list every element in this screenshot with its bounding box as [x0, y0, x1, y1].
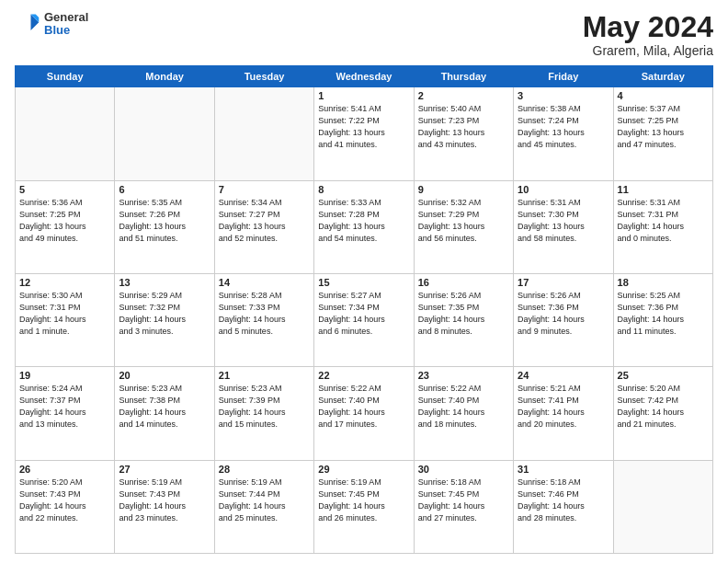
table-row: 5Sunrise: 5:36 AMSunset: 7:25 PMDaylight…	[16, 180, 115, 273]
table-row: 27Sunrise: 5:19 AMSunset: 7:43 PMDayligh…	[115, 460, 214, 553]
cell-info: Sunrise: 5:24 AMSunset: 7:37 PMDaylight:…	[19, 383, 110, 431]
day-number: 15	[318, 277, 409, 288]
day-number: 1	[318, 90, 409, 101]
daylight-hours: Daylight: 14 hours	[318, 315, 385, 324]
daylight-hours: Daylight: 14 hours	[518, 501, 585, 511]
calendar-week-row: 26Sunrise: 5:20 AMSunset: 7:43 PMDayligh…	[16, 460, 713, 553]
cell-info: Sunrise: 5:37 AMSunset: 7:25 PMDaylight:…	[618, 103, 709, 151]
day-number: 11	[618, 184, 709, 195]
cell-info: Sunrise: 5:19 AMSunset: 7:45 PMDaylight:…	[318, 477, 409, 524]
cell-info: Sunrise: 5:40 AMSunset: 7:23 PMDaylight:…	[418, 103, 509, 151]
table-row: 20Sunrise: 5:23 AMSunset: 7:38 PMDayligh…	[115, 367, 214, 460]
cell-info: Sunrise: 5:22 AMSunset: 7:40 PMDaylight:…	[418, 383, 509, 431]
cell-info: Sunrise: 5:33 AMSunset: 7:28 PMDaylight:…	[318, 197, 409, 245]
daylight-hours: Daylight: 14 hours	[219, 408, 286, 417]
table-row: 18Sunrise: 5:25 AMSunset: 7:36 PMDayligh…	[613, 273, 712, 366]
logo-general-text: General	[44, 11, 88, 24]
daylight-hours: Daylight: 13 hours	[418, 222, 485, 231]
col-saturday: Saturday	[613, 66, 712, 87]
day-number: 12	[19, 277, 110, 288]
daylight-hours: Daylight: 14 hours	[19, 315, 86, 324]
calendar-table: Sunday Monday Tuesday Wednesday Thursday…	[15, 65, 713, 554]
col-wednesday: Wednesday	[314, 66, 414, 87]
daylight-hours: Daylight: 13 hours	[19, 222, 86, 231]
cell-info: Sunrise: 5:23 AMSunset: 7:39 PMDaylight:…	[219, 383, 310, 431]
daylight-hours: Daylight: 14 hours	[19, 408, 86, 417]
logo: General Blue	[15, 11, 88, 38]
table-row: 3Sunrise: 5:38 AMSunset: 7:24 PMDaylight…	[514, 87, 613, 180]
day-number: 28	[219, 464, 310, 475]
cell-info: Sunrise: 5:25 AMSunset: 7:36 PMDaylight:…	[618, 290, 709, 338]
table-row: 2Sunrise: 5:40 AMSunset: 7:23 PMDaylight…	[414, 87, 513, 180]
page: General Blue May 2024 Grarem, Mila, Alge…	[0, 0, 728, 563]
day-number: 30	[418, 464, 509, 475]
day-number: 19	[19, 370, 110, 381]
daylight-hours: Daylight: 13 hours	[318, 222, 385, 231]
cell-info: Sunrise: 5:38 AMSunset: 7:24 PMDaylight:…	[518, 103, 609, 151]
cell-info: Sunrise: 5:32 AMSunset: 7:29 PMDaylight:…	[418, 197, 509, 245]
col-thursday: Thursday	[414, 66, 513, 87]
daylight-hours: Daylight: 14 hours	[318, 501, 385, 511]
day-number: 24	[518, 370, 609, 381]
cell-info: Sunrise: 5:41 AMSunset: 7:22 PMDaylight:…	[318, 103, 409, 151]
cell-info: Sunrise: 5:28 AMSunset: 7:33 PMDaylight:…	[219, 290, 310, 338]
table-row: 13Sunrise: 5:29 AMSunset: 7:32 PMDayligh…	[115, 273, 214, 366]
day-number: 13	[119, 277, 210, 288]
table-row: 10Sunrise: 5:31 AMSunset: 7:30 PMDayligh…	[514, 180, 613, 273]
day-number: 29	[318, 464, 409, 475]
table-row	[613, 460, 712, 553]
logo-blue-text: Blue	[44, 24, 88, 37]
daylight-hours: Daylight: 14 hours	[418, 315, 485, 324]
title-block: May 2024 Grarem, Mila, Algeria	[583, 11, 713, 58]
daylight-hours: Daylight: 13 hours	[119, 222, 186, 231]
day-number: 27	[119, 464, 210, 475]
cell-info: Sunrise: 5:21 AMSunset: 7:41 PMDaylight:…	[518, 383, 609, 431]
table-row: 23Sunrise: 5:22 AMSunset: 7:40 PMDayligh…	[414, 367, 513, 460]
day-number: 8	[318, 184, 409, 195]
daylight-hours: Daylight: 14 hours	[418, 501, 485, 511]
table-row: 1Sunrise: 5:41 AMSunset: 7:22 PMDaylight…	[314, 87, 414, 180]
day-number: 3	[518, 90, 609, 101]
daylight-hours: Daylight: 14 hours	[618, 315, 685, 324]
daylight-hours: Daylight: 13 hours	[518, 222, 585, 231]
daylight-hours: Daylight: 13 hours	[618, 128, 685, 137]
day-number: 2	[418, 90, 509, 101]
table-row: 7Sunrise: 5:34 AMSunset: 7:27 PMDaylight…	[214, 180, 313, 273]
cell-info: Sunrise: 5:23 AMSunset: 7:38 PMDaylight:…	[119, 383, 210, 431]
table-row: 4Sunrise: 5:37 AMSunset: 7:25 PMDaylight…	[613, 87, 712, 180]
day-number: 20	[119, 370, 210, 381]
daylight-hours: Daylight: 14 hours	[19, 501, 86, 511]
cell-info: Sunrise: 5:29 AMSunset: 7:32 PMDaylight:…	[119, 290, 210, 338]
logo-icon	[15, 11, 40, 37]
day-number: 31	[518, 464, 609, 475]
daylight-hours: Daylight: 14 hours	[119, 315, 186, 324]
table-row: 22Sunrise: 5:22 AMSunset: 7:40 PMDayligh…	[314, 367, 414, 460]
day-number: 22	[318, 370, 409, 381]
table-row	[214, 87, 313, 180]
table-row: 16Sunrise: 5:26 AMSunset: 7:35 PMDayligh…	[414, 273, 513, 366]
day-number: 4	[618, 90, 709, 101]
table-row: 29Sunrise: 5:19 AMSunset: 7:45 PMDayligh…	[314, 460, 414, 553]
table-row: 15Sunrise: 5:27 AMSunset: 7:34 PMDayligh…	[314, 273, 414, 366]
cell-info: Sunrise: 5:27 AMSunset: 7:34 PMDaylight:…	[318, 290, 409, 338]
daylight-hours: Daylight: 14 hours	[618, 408, 685, 417]
daylight-hours: Daylight: 14 hours	[418, 408, 485, 417]
cell-info: Sunrise: 5:26 AMSunset: 7:35 PMDaylight:…	[418, 290, 509, 338]
table-row: 30Sunrise: 5:18 AMSunset: 7:45 PMDayligh…	[414, 460, 513, 553]
table-row: 24Sunrise: 5:21 AMSunset: 7:41 PMDayligh…	[514, 367, 613, 460]
table-row: 19Sunrise: 5:24 AMSunset: 7:37 PMDayligh…	[16, 367, 115, 460]
table-row	[16, 87, 115, 180]
day-number: 17	[518, 277, 609, 288]
cell-info: Sunrise: 5:18 AMSunset: 7:45 PMDaylight:…	[418, 477, 509, 524]
daylight-hours: Daylight: 13 hours	[518, 128, 585, 137]
daylight-hours: Daylight: 14 hours	[119, 501, 186, 511]
cell-info: Sunrise: 5:31 AMSunset: 7:30 PMDaylight:…	[518, 197, 609, 245]
table-row: 11Sunrise: 5:31 AMSunset: 7:31 PMDayligh…	[613, 180, 712, 273]
calendar-week-row: 19Sunrise: 5:24 AMSunset: 7:37 PMDayligh…	[16, 367, 713, 460]
table-row: 26Sunrise: 5:20 AMSunset: 7:43 PMDayligh…	[16, 460, 115, 553]
col-monday: Monday	[115, 66, 214, 87]
daylight-hours: Daylight: 14 hours	[119, 408, 186, 417]
day-number: 5	[19, 184, 110, 195]
day-number: 14	[219, 277, 310, 288]
day-number: 10	[518, 184, 609, 195]
